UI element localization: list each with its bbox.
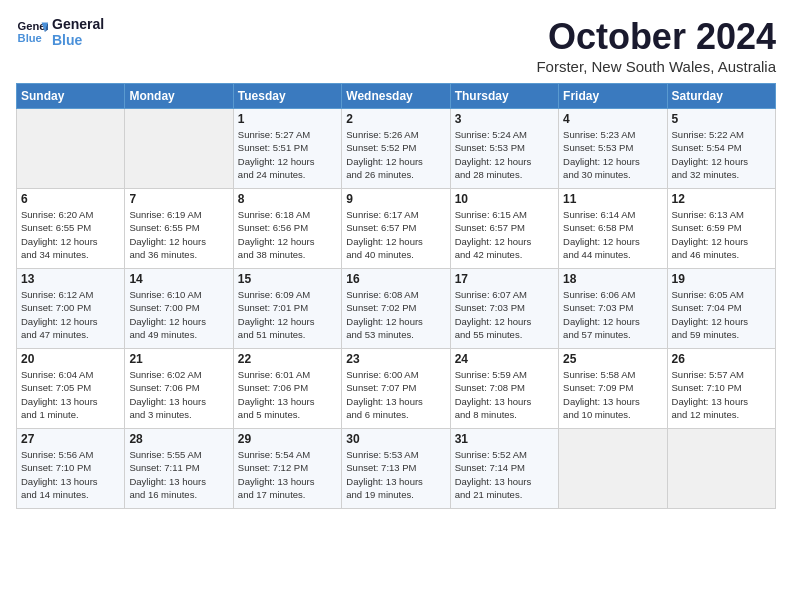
day-number: 17 [455, 272, 554, 286]
day-number: 5 [672, 112, 771, 126]
day-cell: 16Sunrise: 6:08 AM Sunset: 7:02 PM Dayli… [342, 269, 450, 349]
logo-icon: General Blue [16, 16, 48, 48]
calendar-table: SundayMondayTuesdayWednesdayThursdayFrid… [16, 83, 776, 509]
day-number: 30 [346, 432, 445, 446]
day-cell [17, 109, 125, 189]
day-number: 21 [129, 352, 228, 366]
day-number: 22 [238, 352, 337, 366]
day-cell [125, 109, 233, 189]
day-detail: Sunrise: 6:08 AM Sunset: 7:02 PM Dayligh… [346, 288, 445, 341]
day-cell: 21Sunrise: 6:02 AM Sunset: 7:06 PM Dayli… [125, 349, 233, 429]
week-row-2: 13Sunrise: 6:12 AM Sunset: 7:00 PM Dayli… [17, 269, 776, 349]
day-number: 18 [563, 272, 662, 286]
day-number: 11 [563, 192, 662, 206]
day-detail: Sunrise: 6:06 AM Sunset: 7:03 PM Dayligh… [563, 288, 662, 341]
day-number: 19 [672, 272, 771, 286]
day-detail: Sunrise: 6:09 AM Sunset: 7:01 PM Dayligh… [238, 288, 337, 341]
day-cell: 24Sunrise: 5:59 AM Sunset: 7:08 PM Dayli… [450, 349, 558, 429]
day-detail: Sunrise: 6:13 AM Sunset: 6:59 PM Dayligh… [672, 208, 771, 261]
logo-line1: General [52, 16, 104, 32]
day-cell: 29Sunrise: 5:54 AM Sunset: 7:12 PM Dayli… [233, 429, 341, 509]
day-detail: Sunrise: 6:02 AM Sunset: 7:06 PM Dayligh… [129, 368, 228, 421]
day-detail: Sunrise: 6:17 AM Sunset: 6:57 PM Dayligh… [346, 208, 445, 261]
page-header: General Blue General Blue October 2024 F… [16, 16, 776, 75]
day-cell: 25Sunrise: 5:58 AM Sunset: 7:09 PM Dayli… [559, 349, 667, 429]
location-subtitle: Forster, New South Wales, Australia [536, 58, 776, 75]
col-header-friday: Friday [559, 84, 667, 109]
day-detail: Sunrise: 5:57 AM Sunset: 7:10 PM Dayligh… [672, 368, 771, 421]
day-number: 27 [21, 432, 120, 446]
day-cell: 27Sunrise: 5:56 AM Sunset: 7:10 PM Dayli… [17, 429, 125, 509]
day-number: 16 [346, 272, 445, 286]
day-cell: 23Sunrise: 6:00 AM Sunset: 7:07 PM Dayli… [342, 349, 450, 429]
col-header-monday: Monday [125, 84, 233, 109]
day-detail: Sunrise: 5:24 AM Sunset: 5:53 PM Dayligh… [455, 128, 554, 181]
col-header-thursday: Thursday [450, 84, 558, 109]
month-title: October 2024 [536, 16, 776, 58]
day-detail: Sunrise: 5:23 AM Sunset: 5:53 PM Dayligh… [563, 128, 662, 181]
day-number: 1 [238, 112, 337, 126]
day-number: 3 [455, 112, 554, 126]
day-number: 6 [21, 192, 120, 206]
col-header-sunday: Sunday [17, 84, 125, 109]
day-number: 10 [455, 192, 554, 206]
day-detail: Sunrise: 6:07 AM Sunset: 7:03 PM Dayligh… [455, 288, 554, 341]
day-number: 28 [129, 432, 228, 446]
col-header-saturday: Saturday [667, 84, 775, 109]
day-cell: 31Sunrise: 5:52 AM Sunset: 7:14 PM Dayli… [450, 429, 558, 509]
day-number: 8 [238, 192, 337, 206]
day-number: 13 [21, 272, 120, 286]
week-row-0: 1Sunrise: 5:27 AM Sunset: 5:51 PM Daylig… [17, 109, 776, 189]
title-block: October 2024 Forster, New South Wales, A… [536, 16, 776, 75]
day-cell: 5Sunrise: 5:22 AM Sunset: 5:54 PM Daylig… [667, 109, 775, 189]
day-number: 9 [346, 192, 445, 206]
day-number: 25 [563, 352, 662, 366]
col-header-tuesday: Tuesday [233, 84, 341, 109]
day-cell: 22Sunrise: 6:01 AM Sunset: 7:06 PM Dayli… [233, 349, 341, 429]
day-cell: 15Sunrise: 6:09 AM Sunset: 7:01 PM Dayli… [233, 269, 341, 349]
day-detail: Sunrise: 6:10 AM Sunset: 7:00 PM Dayligh… [129, 288, 228, 341]
header-row: SundayMondayTuesdayWednesdayThursdayFrid… [17, 84, 776, 109]
day-detail: Sunrise: 5:27 AM Sunset: 5:51 PM Dayligh… [238, 128, 337, 181]
day-detail: Sunrise: 5:55 AM Sunset: 7:11 PM Dayligh… [129, 448, 228, 501]
day-number: 31 [455, 432, 554, 446]
day-detail: Sunrise: 6:00 AM Sunset: 7:07 PM Dayligh… [346, 368, 445, 421]
day-detail: Sunrise: 5:22 AM Sunset: 5:54 PM Dayligh… [672, 128, 771, 181]
day-cell: 10Sunrise: 6:15 AM Sunset: 6:57 PM Dayli… [450, 189, 558, 269]
day-cell: 8Sunrise: 6:18 AM Sunset: 6:56 PM Daylig… [233, 189, 341, 269]
day-detail: Sunrise: 5:26 AM Sunset: 5:52 PM Dayligh… [346, 128, 445, 181]
day-cell: 11Sunrise: 6:14 AM Sunset: 6:58 PM Dayli… [559, 189, 667, 269]
day-detail: Sunrise: 5:52 AM Sunset: 7:14 PM Dayligh… [455, 448, 554, 501]
day-cell: 14Sunrise: 6:10 AM Sunset: 7:00 PM Dayli… [125, 269, 233, 349]
day-detail: Sunrise: 5:53 AM Sunset: 7:13 PM Dayligh… [346, 448, 445, 501]
col-header-wednesday: Wednesday [342, 84, 450, 109]
day-number: 14 [129, 272, 228, 286]
day-number: 23 [346, 352, 445, 366]
day-detail: Sunrise: 6:04 AM Sunset: 7:05 PM Dayligh… [21, 368, 120, 421]
week-row-4: 27Sunrise: 5:56 AM Sunset: 7:10 PM Dayli… [17, 429, 776, 509]
day-number: 24 [455, 352, 554, 366]
day-number: 26 [672, 352, 771, 366]
day-cell: 6Sunrise: 6:20 AM Sunset: 6:55 PM Daylig… [17, 189, 125, 269]
day-detail: Sunrise: 6:20 AM Sunset: 6:55 PM Dayligh… [21, 208, 120, 261]
day-detail: Sunrise: 6:05 AM Sunset: 7:04 PM Dayligh… [672, 288, 771, 341]
day-number: 4 [563, 112, 662, 126]
day-cell: 7Sunrise: 6:19 AM Sunset: 6:55 PM Daylig… [125, 189, 233, 269]
day-cell: 30Sunrise: 5:53 AM Sunset: 7:13 PM Dayli… [342, 429, 450, 509]
day-detail: Sunrise: 6:14 AM Sunset: 6:58 PM Dayligh… [563, 208, 662, 261]
day-number: 15 [238, 272, 337, 286]
day-detail: Sunrise: 5:58 AM Sunset: 7:09 PM Dayligh… [563, 368, 662, 421]
svg-text:Blue: Blue [18, 32, 42, 44]
day-detail: Sunrise: 6:15 AM Sunset: 6:57 PM Dayligh… [455, 208, 554, 261]
day-cell [667, 429, 775, 509]
day-number: 7 [129, 192, 228, 206]
day-cell: 20Sunrise: 6:04 AM Sunset: 7:05 PM Dayli… [17, 349, 125, 429]
logo: General Blue General Blue [16, 16, 104, 48]
day-cell [559, 429, 667, 509]
day-detail: Sunrise: 5:54 AM Sunset: 7:12 PM Dayligh… [238, 448, 337, 501]
day-cell: 3Sunrise: 5:24 AM Sunset: 5:53 PM Daylig… [450, 109, 558, 189]
day-cell: 4Sunrise: 5:23 AM Sunset: 5:53 PM Daylig… [559, 109, 667, 189]
day-detail: Sunrise: 6:12 AM Sunset: 7:00 PM Dayligh… [21, 288, 120, 341]
day-cell: 26Sunrise: 5:57 AM Sunset: 7:10 PM Dayli… [667, 349, 775, 429]
day-cell: 2Sunrise: 5:26 AM Sunset: 5:52 PM Daylig… [342, 109, 450, 189]
